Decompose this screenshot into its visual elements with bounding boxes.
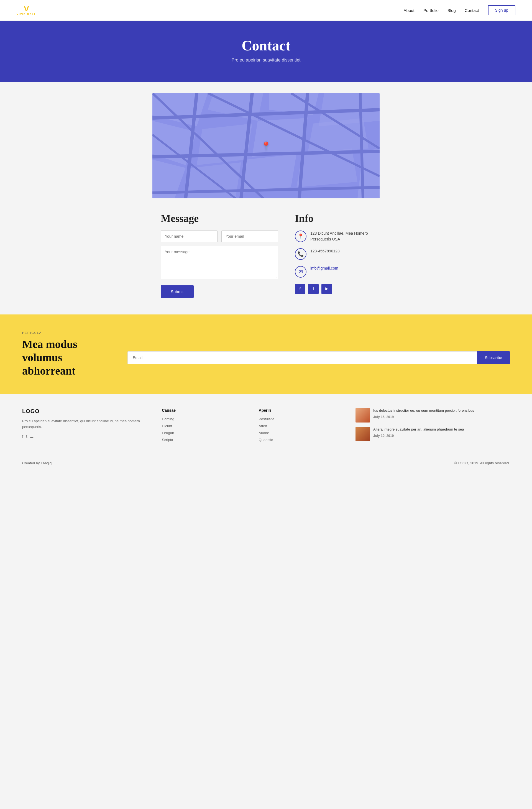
footer-description: Pro eu apeirian suavitate dissentiet, qu… bbox=[22, 418, 151, 430]
footer-twitter-link[interactable]: t bbox=[26, 434, 27, 439]
nav-blog[interactable]: Blog bbox=[447, 8, 456, 13]
address-item: 📍 123 Dicunt Ancillae, Mea Homero Perseq… bbox=[295, 230, 371, 242]
footer-credit: Created by Laaqiq bbox=[22, 461, 52, 465]
footer-post-2: Altera integre suavitate per an, alienum… bbox=[356, 427, 510, 441]
footer-causae-link-2[interactable]: Feugait bbox=[162, 431, 247, 435]
map-container: 📍 bbox=[152, 93, 380, 199]
subscribe-section: PERICULA Mea modus volumus abhorreant Su… bbox=[0, 314, 532, 394]
footer-grid: LOGO Pro eu apeirian suavitate dissentie… bbox=[22, 408, 510, 445]
footer-logo: LOGO bbox=[22, 408, 151, 414]
footer-facebook-link[interactable]: f bbox=[22, 434, 23, 439]
info-column: Info 📍 123 Dicunt Ancillae, Mea Homero P… bbox=[295, 212, 371, 298]
post-2-date: July 10, 2019 bbox=[373, 434, 394, 438]
post-1-thumbnail bbox=[356, 408, 370, 423]
map-section: 📍 bbox=[0, 82, 532, 209]
footer-instagram-link[interactable]: ☰ bbox=[30, 434, 34, 439]
email-icon: ✉ bbox=[295, 266, 307, 278]
facebook-button[interactable]: f bbox=[295, 284, 305, 294]
footer-causae-link-1[interactable]: Dicunt bbox=[162, 424, 247, 428]
navbar: V VIVID ROLL About Portfolio Blog Contac… bbox=[0, 0, 532, 21]
footer-aperiri-link-1[interactable]: Affert bbox=[259, 424, 344, 428]
footer-aperiri-title: Aperiri bbox=[259, 408, 344, 413]
message-column: Message Submit bbox=[161, 212, 278, 298]
post-1-info: Ius delectus instructior eu, eu eum ment… bbox=[373, 408, 474, 419]
email-input[interactable] bbox=[221, 230, 278, 242]
hero-subtitle: Pro eu apeirian suavitate dissentiet bbox=[5, 58, 527, 63]
subscribe-heading: Mea modus volumus abhorreant bbox=[22, 338, 111, 378]
nav-portfolio[interactable]: Portfolio bbox=[423, 8, 439, 13]
nav-links: About Portfolio Blog Contact Sign up bbox=[404, 5, 515, 15]
footer-brand-col: LOGO Pro eu apeirian suavitate dissentie… bbox=[22, 408, 151, 445]
footer-aperiri-col: Aperiri Postulant Affert Audire Quaestio bbox=[259, 408, 344, 445]
hero-title: Contact bbox=[5, 37, 527, 54]
footer-posts-col: Ius delectus instructior eu, eu eum ment… bbox=[356, 408, 510, 445]
name-email-row bbox=[161, 230, 278, 242]
logo-text: VIVID ROLL bbox=[17, 13, 36, 16]
footer-aperiri-link-0[interactable]: Postulant bbox=[259, 417, 344, 421]
footer-posts-list: Ius delectus instructior eu, eu eum ment… bbox=[356, 408, 510, 441]
footer-copyright: © LOGO, 2019. All rights reserved. bbox=[454, 461, 510, 465]
footer-causae-link-0[interactable]: Doming bbox=[162, 417, 247, 421]
footer-social-row: f t ☰ bbox=[22, 434, 151, 439]
nav-about[interactable]: About bbox=[404, 8, 414, 13]
address-text: 123 Dicunt Ancillae, Mea Homero Perseque… bbox=[310, 230, 371, 242]
info-heading: Info bbox=[295, 212, 371, 224]
phone-text: 123-4567890123 bbox=[310, 248, 340, 254]
post-2-thumbnail bbox=[356, 427, 370, 441]
twitter-button[interactable]: t bbox=[308, 284, 319, 294]
post-2-title: Altera integre suavitate per an, alienum… bbox=[373, 427, 464, 432]
footer: LOGO Pro eu apeirian suavitate dissentie… bbox=[0, 394, 532, 474]
footer-causae-link-3[interactable]: Scripta bbox=[162, 438, 247, 442]
post-1-title: Ius delectus instructior eu, eu eum ment… bbox=[373, 408, 474, 413]
subscribe-label: PERICULA bbox=[22, 331, 510, 334]
message-heading: Message bbox=[161, 212, 278, 224]
nav-contact[interactable]: Contact bbox=[465, 8, 479, 13]
message-textarea[interactable] bbox=[161, 246, 278, 279]
logo-v: V bbox=[24, 5, 29, 13]
footer-causae-col: Causae Doming Dicunt Feugait Scripta bbox=[162, 408, 247, 445]
footer-causae-title: Causae bbox=[162, 408, 247, 413]
post-2-info: Altera integre suavitate per an, alienum… bbox=[373, 427, 464, 438]
footer-aperiri-link-2[interactable]: Audire bbox=[259, 431, 344, 435]
map-pin: 📍 bbox=[261, 141, 271, 151]
svg-marker-11 bbox=[241, 154, 296, 193]
footer-aperiri-link-3[interactable]: Quaestio bbox=[259, 438, 344, 442]
submit-button[interactable]: Submit bbox=[161, 286, 194, 298]
subscribe-button[interactable]: Subscribe bbox=[477, 351, 510, 364]
footer-post-1: Ius delectus instructior eu, eu eum ment… bbox=[356, 408, 510, 423]
location-icon: 📍 bbox=[295, 230, 307, 242]
instagram-button[interactable]: in bbox=[322, 284, 332, 294]
email-item: ✉ info@gmail.com bbox=[295, 266, 371, 278]
subscribe-form: Subscribe bbox=[127, 351, 510, 364]
hero-section: Contact Pro eu apeirian suavitate dissen… bbox=[0, 21, 532, 82]
subscribe-grid: Mea modus volumus abhorreant Subscribe bbox=[22, 338, 510, 378]
name-input[interactable] bbox=[161, 230, 218, 242]
social-row: f t in bbox=[295, 284, 371, 294]
phone-item: 📞 123-4567890123 bbox=[295, 248, 371, 260]
post-1-date: July 15, 2019 bbox=[373, 415, 394, 419]
signup-button[interactable]: Sign up bbox=[488, 5, 515, 15]
email-link[interactable]: info@gmail.com bbox=[310, 266, 338, 271]
phone-icon: 📞 bbox=[295, 248, 307, 260]
subscribe-email-input[interactable] bbox=[127, 351, 477, 364]
footer-bottom: Created by Laaqiq © LOGO, 2019. All righ… bbox=[22, 456, 510, 465]
logo[interactable]: V VIVID ROLL bbox=[17, 5, 36, 16]
